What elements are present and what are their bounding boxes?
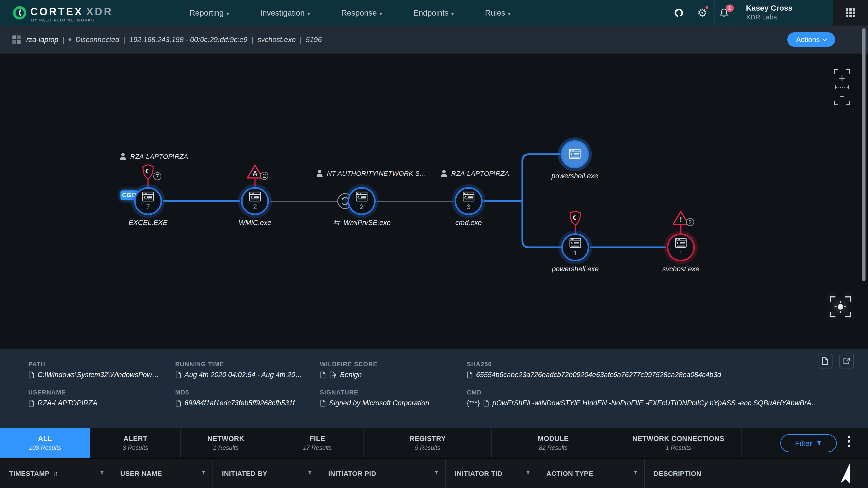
funnel-icon <box>99 470 104 475</box>
column-header-initiator-tid[interactable]: INITIATOR TID <box>445 459 537 488</box>
process-node-wmiprvse[interactable]: 2 <box>345 184 379 218</box>
actions-button[interactable]: Actions <box>787 32 835 47</box>
alert-count-badge: 7 <box>153 172 161 180</box>
menu-investigation[interactable]: Investigation <box>260 8 310 18</box>
field-value[interactable]: RZA-LAPTOP\RZA <box>28 399 97 407</box>
device-status: Disconnected <box>75 35 119 44</box>
user-icon <box>316 170 323 177</box>
copy-details-button[interactable] <box>817 354 833 368</box>
copy-value-icon <box>320 371 326 379</box>
more-options-icon[interactable] <box>848 435 850 447</box>
column-filter-icon[interactable] <box>526 470 530 476</box>
user-context-label: RZA-LAPTOP\RZA <box>119 153 188 160</box>
filter-button[interactable]: Filter <box>780 434 837 452</box>
menu-reporting[interactable]: Reporting <box>189 8 229 18</box>
event-count: 7 <box>146 203 150 210</box>
report-arrow-icon <box>329 371 337 379</box>
sort-icon[interactable]: ↓↑ <box>53 470 58 477</box>
funnel-icon <box>526 470 530 475</box>
alert-shield-excel[interactable]: 7 <box>138 164 158 180</box>
field-value[interactable]: 65554b6cabe23a726eadcb72b09204e63afc6a76… <box>467 371 721 379</box>
column-filter-icon[interactable] <box>633 470 638 476</box>
menu-rules[interactable]: Rules <box>485 8 510 18</box>
alert-count-badge: 2 <box>686 218 694 226</box>
chevron-down-icon <box>307 8 310 18</box>
chevron-down-icon <box>451 8 454 18</box>
column-header-action-type[interactable]: ACTION TYPE <box>537 459 644 488</box>
tab-network-connections[interactable]: NETWORK CONNECTIONS 1 Results <box>615 428 742 458</box>
open-external-button[interactable] <box>839 354 854 368</box>
tab-network[interactable]: NETWORK 1 Results <box>181 428 271 458</box>
alert-triangle-svchost[interactable]: !2 <box>671 210 691 226</box>
field-value[interactable]: C:\Windows\System32\WindowsPow… <box>28 371 159 379</box>
node-label-ps_top: powershell.exe <box>525 172 625 180</box>
column-header-user-name[interactable]: USER NAME <box>111 459 213 488</box>
menu-response[interactable]: Response <box>341 8 382 18</box>
query-loop-icon[interactable] <box>669 0 689 26</box>
zoom-in-icon <box>839 75 845 81</box>
column-header-timestamp[interactable]: TIMESTAMP ↓↑ <box>0 459 111 488</box>
column-header-description[interactable]: DESCRIPTION <box>644 459 868 488</box>
field-label: PATH <box>28 361 45 368</box>
node-label-wmic: WMIC.exe <box>205 219 305 227</box>
process-node-svchost[interactable]: 1 <box>664 230 698 264</box>
field-value[interactable]: Benign <box>320 371 362 379</box>
node-label-wmiprvse: WmiPrvSE.exe <box>312 219 411 227</box>
menu-endpoints[interactable]: Endpoints <box>413 8 454 18</box>
device-pid: 5196 <box>306 35 322 44</box>
alert-shield-ps_bottom[interactable] <box>565 210 585 226</box>
vertical-scrollbar[interactable] <box>862 28 866 281</box>
field-label: RUNNING TIME <box>175 361 224 368</box>
copy-value-icon <box>320 399 326 407</box>
process-node-wmic[interactable]: 2 <box>238 184 272 218</box>
column-header-initiator-pid[interactable]: INITIATOR PID <box>319 459 445 488</box>
copy-value-icon <box>28 399 34 407</box>
copy-value-icon <box>175 371 181 379</box>
field-value[interactable]: Aug 4th 2020 04:02:54 - Aug 4th 20… <box>175 371 302 379</box>
alert-triangle-wmic[interactable]: A2 <box>245 164 265 180</box>
field-label: SHA256 <box>467 361 492 368</box>
alert-count-badge: 2 <box>260 172 268 180</box>
event-count: 2 <box>253 203 257 210</box>
device-summary: rza-laptop | Disconnected | 192.168.243.… <box>26 35 322 44</box>
scroll-top-arrow-icon[interactable] <box>837 460 860 486</box>
column-filter-icon[interactable] <box>201 470 206 476</box>
tab-alert[interactable]: ALERT 3 Results <box>90 428 181 458</box>
user-icon <box>440 170 447 177</box>
results-tabs: ALL 108 Results ALERT 3 Results NETWORK … <box>0 428 868 458</box>
funnel-icon <box>434 470 439 475</box>
zoom-control[interactable] <box>834 69 850 106</box>
process-node-excel[interactable]: 7 <box>131 184 165 218</box>
user-menu[interactable]: Kasey Cross XDR Labs <box>746 4 793 21</box>
process-node-cmd[interactable]: 3 <box>452 184 486 218</box>
field-value[interactable]: {***} pOwErShEll -wINDowSTYlE HIddEN -No… <box>467 399 818 407</box>
tab-registry[interactable]: REGISTRY 5 Results <box>364 428 492 458</box>
apps-grid-icon <box>845 8 856 18</box>
tab-module[interactable]: MODULE 82 Results <box>492 428 615 458</box>
column-filter-icon[interactable] <box>99 470 104 476</box>
user-context-label: RZA-LAPTOP\RZA <box>440 170 509 177</box>
user-icon <box>119 153 127 160</box>
column-header-initiated-by[interactable]: INITIATED BY <box>213 459 319 488</box>
notifications-bell-icon[interactable]: 1 <box>714 0 734 26</box>
device-bar: rza-laptop | Disconnected | 192.168.243.… <box>0 26 868 54</box>
field-value[interactable]: Signed by Microsoft Corporation <box>320 399 429 407</box>
cortex-logo-icon <box>13 6 27 21</box>
center-view-icon[interactable] <box>829 295 852 319</box>
apps-grid-button[interactable] <box>833 0 868 26</box>
device-hostname: rza-laptop <box>26 35 58 44</box>
tab-file[interactable]: FILE 17 Results <box>271 428 364 458</box>
settings-gear-icon[interactable]: ⚙ <box>692 0 712 26</box>
copy-value-icon <box>483 399 489 407</box>
process-node-ps_bottom[interactable]: 1 <box>558 230 592 264</box>
process-node-ps_top[interactable] <box>558 137 592 171</box>
tab-all[interactable]: ALL 108 Results <box>0 428 90 458</box>
column-filter-icon[interactable] <box>434 470 439 476</box>
field-value[interactable]: 69984f1af1edc73feb5ff9268cfb531f <box>175 399 295 407</box>
user-name: Kasey Cross <box>746 4 793 12</box>
field-label: CMD <box>467 389 482 396</box>
field-label: WILDFIRE SCORE <box>320 361 377 368</box>
funnel-icon <box>307 470 312 475</box>
column-filter-icon[interactable] <box>307 470 312 476</box>
svg-text:!: ! <box>680 216 682 224</box>
